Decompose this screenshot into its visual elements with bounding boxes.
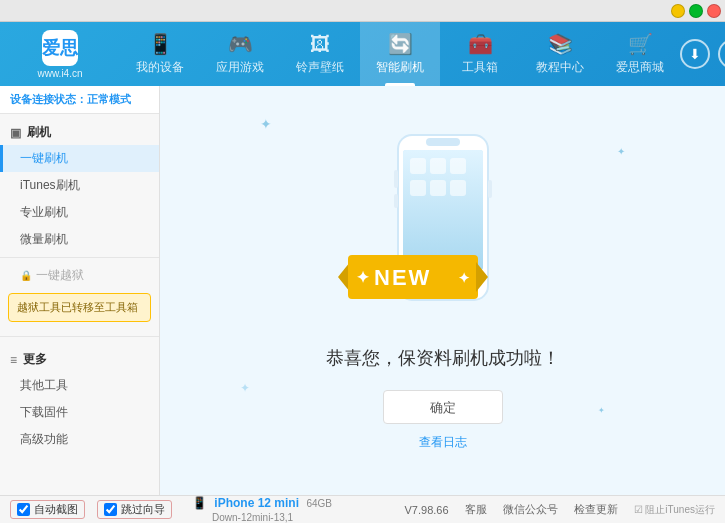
stop-itunes-label: ☑ 阻止iTunes运行 — [634, 503, 715, 517]
skip-wizard-checkbox[interactable] — [104, 503, 117, 516]
new-ribbon: ✦ NEW ✦ — [338, 247, 488, 310]
device-icon: 📱 — [192, 496, 207, 510]
one-key-flash-label: 一键刷机 — [20, 150, 68, 167]
device-info: 📱 iPhone 12 mini 64GB Down-12mini-13,1 — [192, 496, 332, 524]
support-link[interactable]: 客服 — [465, 502, 487, 517]
sidebar-item-download-firmware[interactable]: 下载固件 — [0, 399, 159, 426]
daily-link[interactable]: 查看日志 — [419, 434, 467, 451]
sparkle-1: ✦ — [260, 116, 272, 132]
maximize-button[interactable] — [689, 4, 703, 18]
auto-screenshot-checkbox[interactable] — [17, 503, 30, 516]
smart-flash-icon: 🔄 — [388, 32, 413, 56]
minimize-button[interactable] — [671, 4, 685, 18]
svg-rect-6 — [394, 194, 398, 208]
tab-apps-label: 应用游戏 — [216, 59, 264, 76]
jailbreak-label: 一键越狱 — [36, 267, 84, 284]
skip-wizard-group: 跳过向导 — [97, 500, 172, 519]
svg-rect-11 — [410, 180, 426, 196]
logo-icon: 爱思 — [42, 30, 78, 66]
svg-rect-7 — [488, 180, 492, 198]
sidebar-item-itunes-flash[interactable]: iTunes刷机 — [0, 172, 159, 199]
status-label: 设备连接状态： — [10, 93, 87, 105]
sidebar: 设备连接状态：正常模式 ▣ 刷机 一键刷机 iTunes刷机 专业刷机 微量刷机… — [0, 86, 160, 495]
title-bar — [0, 0, 725, 22]
bottom-content: 自动截图 跳过向导 📱 iPhone 12 mini 64GB Down-12m… — [10, 496, 715, 524]
flash-group-icon: ▣ — [10, 126, 21, 140]
flash-group-label: 刷机 — [27, 124, 51, 141]
tab-apps[interactable]: 🎮 应用游戏 — [200, 22, 280, 86]
toolbox-icon: 🧰 — [468, 32, 493, 56]
sidebar-item-one-key-flash[interactable]: 一键刷机 — [0, 145, 159, 172]
download-button[interactable]: ⬇ — [680, 39, 710, 69]
header-right: ⬇ 👤 — [680, 39, 725, 69]
skip-wizard-label[interactable]: 跳过向导 — [121, 502, 165, 517]
apps-icon: 🎮 — [228, 32, 253, 56]
advanced-label: 高级功能 — [20, 431, 68, 448]
sidebar-item-jailbreak: 🔒 一键越狱 — [0, 262, 159, 289]
sparkle-4: ✦ — [598, 406, 605, 415]
tutorials-icon: 📚 — [548, 32, 573, 56]
pro-flash-label: 专业刷机 — [20, 204, 68, 221]
svg-rect-13 — [450, 180, 466, 196]
version-label: V7.98.66 — [405, 504, 449, 516]
tab-mall[interactable]: 🛒 爱思商城 — [600, 22, 680, 86]
svg-rect-8 — [410, 158, 426, 174]
more-group-label: 更多 — [23, 351, 47, 368]
success-text: 恭喜您，保资料刷机成功啦！ — [326, 346, 560, 370]
lock-icon: 🔒 — [20, 270, 32, 281]
other-tools-label: 其他工具 — [20, 377, 68, 394]
sidebar-item-other-tools[interactable]: 其他工具 — [0, 372, 159, 399]
svg-text:✦: ✦ — [356, 269, 370, 286]
auto-screenshot-label[interactable]: 自动截图 — [34, 502, 78, 517]
wechat-link[interactable]: 微信公众号 — [503, 502, 558, 517]
illustration: ✦ NEW ✦ — [343, 130, 543, 330]
svg-marker-16 — [476, 262, 488, 292]
download-firmware-label: 下载固件 — [20, 404, 68, 421]
tab-wallpaper[interactable]: 🖼 铃声壁纸 — [280, 22, 360, 86]
logo-area: 爱思 www.i4.cn — [0, 30, 120, 79]
sidebar-item-pro-flash[interactable]: 专业刷机 — [0, 199, 159, 226]
itunes-flash-label: iTunes刷机 — [20, 177, 80, 194]
tab-toolbox-label: 工具箱 — [462, 59, 498, 76]
auto-screenshot-group: 自动截图 — [10, 500, 85, 519]
device-version: Down-12mini-13,1 — [212, 512, 293, 523]
svg-rect-12 — [430, 180, 446, 196]
svg-rect-3 — [426, 138, 460, 146]
svg-rect-5 — [394, 170, 398, 188]
device-name: iPhone 12 mini — [214, 496, 299, 510]
svg-text:NEW: NEW — [374, 265, 431, 290]
micro-flash-label: 微量刷机 — [20, 231, 68, 248]
my-device-icon: 📱 — [148, 32, 173, 56]
more-group-title: ≡ 更多 — [0, 347, 159, 372]
flash-section: ▣ 刷机 一键刷机 iTunes刷机 专业刷机 微量刷机 🔒 一键越狱 越狱工具… — [0, 114, 159, 332]
sidebar-divider-1 — [0, 257, 159, 258]
status-bar: 设备连接状态：正常模式 — [0, 86, 159, 114]
notice-text: 越狱工具已转移至工具箱 — [17, 301, 138, 313]
nav-tabs: 📱 我的设备 🎮 应用游戏 🖼 铃声壁纸 🔄 智能刷机 🧰 工具箱 📚 教程中心… — [120, 22, 680, 86]
tab-tutorials[interactable]: 📚 教程中心 — [520, 22, 600, 86]
sparkle-2: ✦ — [617, 146, 625, 157]
wallpaper-icon: 🖼 — [310, 33, 330, 56]
tab-smart-flash[interactable]: 🔄 智能刷机 — [360, 22, 440, 86]
device-storage: 64GB — [306, 498, 332, 509]
stop-itunes-text[interactable]: 阻止iTunes运行 — [645, 504, 715, 515]
logo-text: www.i4.cn — [37, 68, 82, 79]
svg-text:✦: ✦ — [458, 270, 470, 286]
sidebar-item-micro-flash[interactable]: 微量刷机 — [0, 226, 159, 253]
sidebar-item-advanced[interactable]: 高级功能 — [0, 426, 159, 453]
more-section: ≡ 更多 其他工具 下载固件 高级功能 — [0, 341, 159, 459]
notice-box: 越狱工具已转移至工具箱 — [8, 293, 151, 322]
bottom-right: V7.98.66 客服 微信公众号 检查更新 ☑ 阻止iTunes运行 — [405, 502, 715, 517]
close-button[interactable] — [707, 4, 721, 18]
bottom-bar: 自动截图 跳过向导 📱 iPhone 12 mini 64GB Down-12m… — [0, 495, 725, 523]
user-button[interactable]: 👤 — [718, 39, 725, 69]
tab-my-device[interactable]: 📱 我的设备 — [120, 22, 200, 86]
tab-tutorials-label: 教程中心 — [536, 59, 584, 76]
tab-toolbox[interactable]: 🧰 工具箱 — [440, 22, 520, 86]
update-link[interactable]: 检查更新 — [574, 502, 618, 517]
more-group-icon: ≡ — [10, 353, 17, 367]
confirm-button[interactable]: 确定 — [383, 390, 503, 424]
content-area: ✦ ✦ ✦ ✦ — [160, 86, 725, 495]
flash-group-title: ▣ 刷机 — [0, 120, 159, 145]
header: 爱思 www.i4.cn 📱 我的设备 🎮 应用游戏 🖼 铃声壁纸 🔄 智能刷机… — [0, 22, 725, 86]
